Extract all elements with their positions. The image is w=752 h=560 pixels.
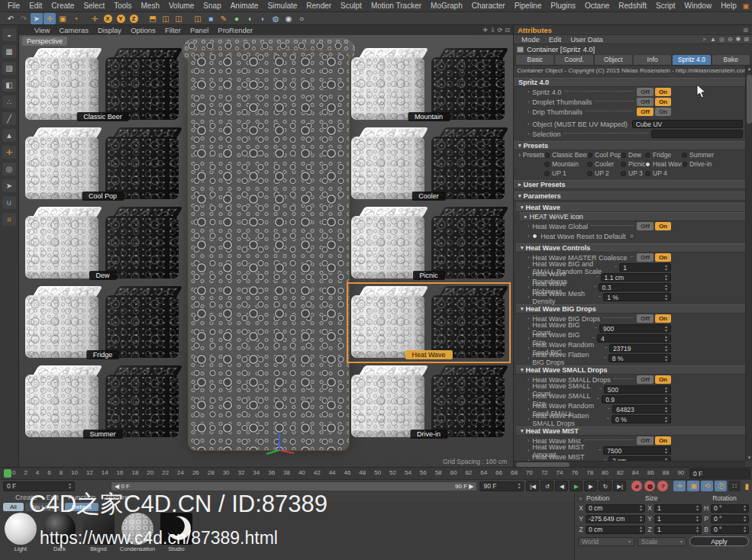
next-frame-button[interactable]: ▶ bbox=[584, 481, 597, 491]
move-tool[interactable]: ✛ bbox=[44, 13, 56, 24]
goto-end-button[interactable]: ▶| bbox=[613, 481, 626, 491]
menu-item-simulate[interactable]: Simulate bbox=[263, 2, 302, 10]
stepper-icon[interactable]: ▴▾ bbox=[696, 526, 699, 533]
menu-item-window[interactable]: Window bbox=[680, 2, 717, 10]
white-cube-thumbnail[interactable] bbox=[24, 127, 101, 201]
y-axis-lock[interactable]: Y bbox=[115, 13, 127, 24]
key-pla-toggle[interactable]: ∷ bbox=[728, 481, 741, 491]
polygons-mode-icon[interactable]: ▲ bbox=[2, 129, 16, 142]
stepper-icon[interactable]: ▴▾ bbox=[640, 526, 642, 533]
tab-spritz-4-0[interactable]: Spritz 4.0 bbox=[673, 55, 710, 65]
preset-radio-dew[interactable]: Dew bbox=[621, 151, 641, 159]
value-field[interactable]: 0.3▴▾ bbox=[599, 283, 671, 291]
menu-item-file[interactable]: File bbox=[3, 2, 24, 10]
texture-mode-icon[interactable]: ▨ bbox=[2, 62, 16, 75]
on-button[interactable]: On bbox=[655, 253, 671, 262]
lock-icon[interactable]: ⊖ bbox=[728, 36, 733, 43]
rotation-field[interactable]: 0 °▴▾ bbox=[711, 515, 749, 523]
menu-item-script[interactable]: Script bbox=[651, 2, 680, 10]
rotate-view-icon[interactable]: ⟳ bbox=[498, 27, 503, 34]
size-field[interactable]: 1▴▾ bbox=[654, 515, 702, 523]
keyframe-selection-button[interactable]: ? bbox=[657, 481, 668, 491]
toggle-heat-wave-global[interactable]: OffOn bbox=[637, 222, 671, 230]
dark-cube-thumbnail[interactable] bbox=[105, 48, 181, 121]
light-menu[interactable]: ○ bbox=[295, 13, 308, 24]
preset-radio-heat-wave[interactable]: Heat Wave bbox=[645, 160, 685, 168]
dark-cube-thumbnail[interactable] bbox=[431, 207, 507, 280]
section-heat-wave-small-drops[interactable]: ▾Heat Wave SMALL Drops bbox=[516, 365, 745, 375]
search-icon[interactable]: ◎ bbox=[719, 36, 725, 43]
previous-frame-button[interactable]: ◀ bbox=[555, 481, 568, 491]
dark-cube-thumbnail[interactable] bbox=[105, 365, 181, 439]
play-button[interactable]: ▶ bbox=[570, 481, 583, 491]
white-cube-thumbnail[interactable] bbox=[350, 365, 427, 439]
deformer-menu[interactable]: ◗ bbox=[257, 13, 269, 24]
link-field[interactable]: Cube UV bbox=[632, 120, 743, 128]
environment-menu[interactable]: ◍ bbox=[269, 13, 282, 24]
stepper-icon[interactable]: ▴▾ bbox=[744, 515, 746, 523]
fold-heat-wave-icon[interactable]: ▸HEAT WAVE icon bbox=[520, 212, 745, 221]
viewport-menu-panel[interactable]: Panel bbox=[186, 26, 213, 34]
section-heat-wave-controls[interactable]: ▾Heat Wave Controls bbox=[516, 243, 745, 253]
scale-tool[interactable]: ▣ bbox=[56, 13, 69, 24]
viewport-menu-options[interactable]: Options bbox=[126, 26, 160, 34]
make-editable-icon[interactable]: ◒ bbox=[2, 28, 16, 41]
dark-cube-thumbnail[interactable] bbox=[431, 286, 507, 359]
key-rotation-toggle[interactable]: ⟲ bbox=[701, 481, 713, 491]
rotation-field[interactable]: 0 °▴▾ bbox=[711, 526, 749, 534]
white-cube-thumbnail[interactable] bbox=[24, 365, 101, 439]
position-field[interactable]: 0 cm▴▾ bbox=[586, 504, 645, 513]
preset-thumb-dew[interactable]: Dew bbox=[24, 207, 181, 280]
value-field[interactable]: 1 %▴▾ bbox=[603, 293, 671, 301]
viewport-menu-filter[interactable]: Filter bbox=[160, 26, 186, 34]
on-button[interactable]: On bbox=[655, 314, 671, 323]
on-button[interactable]: On bbox=[655, 375, 671, 384]
menu-item-character[interactable]: Character bbox=[467, 2, 510, 10]
toggle-panel-icon[interactable]: ⊡ bbox=[505, 27, 510, 34]
stepper-icon[interactable]: ▴▾ bbox=[665, 345, 667, 352]
viewport-menu-cameras[interactable]: Cameras bbox=[54, 26, 93, 34]
viewport-canvas[interactable]: Perspective Classic BeerCool PopDewFridg… bbox=[19, 35, 513, 467]
off-button[interactable]: Off bbox=[637, 108, 654, 116]
object-header[interactable]: Container [Spritz 4.0] bbox=[514, 44, 752, 54]
stepper-icon[interactable]: ▴▾ bbox=[665, 284, 667, 291]
value-field[interactable]: 23719▴▾ bbox=[609, 344, 671, 352]
key-scale-toggle[interactable]: ▣ bbox=[687, 481, 699, 491]
preset-radio-classic-beer[interactable]: Classic Beer bbox=[544, 151, 589, 159]
last-tool[interactable]: ✛ bbox=[89, 13, 101, 24]
menu-item-help[interactable]: Help bbox=[716, 2, 741, 10]
subdivision-surface-menu[interactable]: ● bbox=[231, 13, 243, 24]
on-button[interactable]: On bbox=[655, 436, 671, 445]
menu-item-create[interactable]: Create bbox=[47, 2, 79, 10]
rotate-tool[interactable]: ◔ bbox=[69, 13, 82, 24]
toggle-droplet-thumbnails[interactable]: OffOn bbox=[637, 98, 671, 106]
on-button[interactable]: On bbox=[655, 88, 671, 96]
white-cube-thumbnail[interactable] bbox=[350, 207, 427, 280]
preset-radio-summer[interactable]: Summer bbox=[682, 151, 714, 159]
reset-radio-icon[interactable] bbox=[532, 233, 537, 239]
preset-radio-up-3[interactable]: UP 3 bbox=[621, 169, 643, 177]
value-field[interactable]: 900▴▾ bbox=[599, 324, 671, 333]
dolly-view-icon[interactable]: ⇩ bbox=[490, 27, 495, 34]
tab-bake[interactable]: Bake bbox=[712, 55, 750, 65]
size-field[interactable]: 1▴▾ bbox=[654, 504, 702, 513]
menu-item-sculpt[interactable]: Sculpt bbox=[336, 2, 366, 10]
new-panel-icon[interactable]: ⊞ bbox=[744, 36, 749, 43]
value-field[interactable]: 8 %▴▾ bbox=[608, 354, 671, 362]
toggle-spritz-4.0[interactable]: OffOn bbox=[637, 88, 671, 96]
menu-item-pipeline[interactable]: Pipeline bbox=[510, 2, 547, 10]
coordinate-system-toggle[interactable]: ⬒ bbox=[147, 13, 159, 24]
viewport-solo-icon[interactable]: ◎ bbox=[2, 163, 16, 175]
white-cube-thumbnail[interactable] bbox=[350, 48, 427, 121]
preset-thumb-summer[interactable]: Summer bbox=[24, 365, 181, 439]
off-button[interactable]: Off bbox=[637, 253, 654, 262]
off-button[interactable]: Off bbox=[637, 98, 654, 106]
size-field[interactable]: 1▴▾ bbox=[654, 526, 702, 534]
toggle-drip-thumbnails[interactable]: OffOn bbox=[637, 108, 671, 116]
off-button[interactable]: Off bbox=[637, 436, 654, 445]
droplet-mesh-object[interactable] bbox=[189, 50, 349, 450]
preset-radio-fridge[interactable]: Fridge bbox=[645, 151, 671, 159]
viewport-menu-display[interactable]: Display bbox=[93, 26, 126, 34]
preset-radio-drive-in[interactable]: Drive-in bbox=[682, 160, 712, 168]
preset-radio-picnic[interactable]: Picnic bbox=[621, 160, 646, 168]
